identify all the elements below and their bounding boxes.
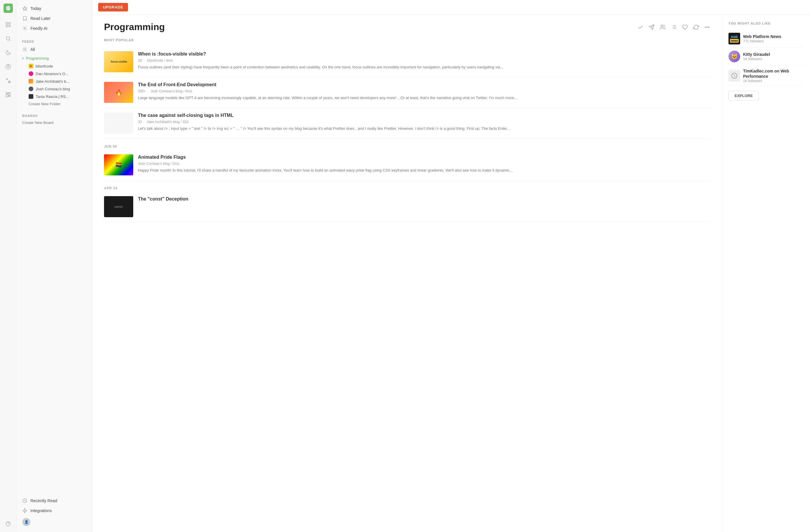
recently-read-label: Recently Read [30,498,57,503]
user-avatar-item[interactable]: 👤 [16,516,92,529]
tania-rascia-favicon [29,94,33,99]
suggestion-item[interactable]: TimKadlec.com on Web Performance 1K foll… [728,65,804,86]
suggestion-thumb: 🐱 [728,51,740,62]
search-icon[interactable] [3,34,13,43]
sidebar-nav-read-later[interactable]: Read Later [16,14,92,23]
subfeed-jake-archibald[interactable]: Jake Archibald's b... [16,78,92,85]
subfeed-josh-comeau[interactable]: Josh Comeau's blog [16,85,92,93]
more-icon[interactable] [703,24,711,31]
sidebar-nav-feedly-ai[interactable]: Feedly AI [16,23,92,33]
read-later-label: Read Later [30,16,51,21]
sidebar-recently-read[interactable]: Recently Read [16,496,92,506]
heart-icon[interactable] [681,24,688,31]
create-board-label: Create New Board [22,120,53,125]
article-excerpt: Happy Pride month! In this tutorial, I'l… [138,167,711,173]
create-folder-label: Create New Folder [29,102,61,106]
dan-abramov-favicon [29,71,33,76]
web-text: web [731,35,738,39]
add-board-icon[interactable] [3,90,13,99]
sidebar: Today Read Later Feedly AI FEEDS All ▾ P… [16,0,92,532]
article-thumbnail: 🔥 [104,82,133,103]
date-separator: JUN 06 [104,139,711,150]
suggestion-name: Kitty Giraudel [743,52,804,57]
svg-rect-1 [9,22,10,24]
jake-archibald-favicon [29,79,33,84]
list-icon[interactable] [670,24,677,31]
svg-point-14 [6,522,10,526]
you-might-label: YOU MIGHT ALSO LIKE [728,22,804,25]
article-excerpt: Let's talk about /> : input type = " tex… [138,126,711,131]
integrations-label: Integrations [30,508,52,513]
article-info: The End of Front-End Development 500+ · … [138,82,711,103]
timkadlec-badge [728,70,740,82]
bitsofcode-favicon: b [29,64,33,68]
rocket-icon[interactable] [3,62,13,71]
svg-rect-0 [6,22,7,24]
svg-rect-3 [9,25,10,27]
today-label: Today [30,6,41,11]
suggestion-item[interactable]: 🐱 Kitty Giraudel 1K followers [728,48,804,65]
subfeed-tania-rascia[interactable]: Tania Rascia | RS... [16,93,92,100]
josh-comeau-label: Josh Comeau's blog [36,87,70,91]
right-panel: YOU MIGHT ALSO LIKE web news Web Platfor… [722,15,810,532]
sidebar-all-feeds[interactable]: All [16,45,92,54]
svg-point-16 [24,28,26,29]
svg-point-33 [709,27,710,28]
sidebar-nav-today[interactable]: Today [16,3,92,14]
article-card[interactable]: const The "const" Deception [104,192,711,222]
all-label: All [30,47,35,52]
content-area: Programming [92,15,810,532]
article-card[interactable]: The case against self-closing tags in HT… [104,108,711,139]
sidebar-integrations[interactable]: Integrations [16,506,92,516]
article-card[interactable]: 🔥 The End of Front-End Development 500+ … [104,77,711,108]
article-title: The case against self-closing tags in HT… [138,113,711,119]
article-excerpt: Large language models like GPT-4 are bec… [138,95,711,101]
team-icon[interactable] [659,24,666,31]
share-icon[interactable] [648,24,655,31]
article-info: The case against self-closing tags in HT… [138,113,711,133]
bitsofcode-label: bitsofcode [36,64,53,68]
dan-abramov-label: Dan Abramov's O... [36,71,68,76]
subfeed-dan-abramov[interactable]: Dan Abramov's O... [16,70,92,78]
article-card[interactable]: :focus-visible When is :focus-visible vi… [104,47,711,77]
svg-rect-10 [6,94,8,97]
suggestion-info: Web Platform News 771 followers [743,34,804,43]
jake-archibald-label: Jake Archibald's b... [36,79,69,84]
feedly-ai-label: Feedly AI [30,26,47,31]
web-platform-news-badge: web news [728,33,740,45]
boards-section-label: BOARDS [16,110,92,119]
main-content: UPGRADE Programming [92,0,810,532]
suggestion-followers: 1K followers [743,57,804,61]
tania-rascia-label: Tania Rascia | RS... [36,94,69,99]
suggestion-followers: 771 followers [743,39,804,43]
upgrade-button[interactable]: UPGRADE [98,3,128,11]
suggestion-thumb [728,70,740,82]
article-meta: Josh Comeau's blog / 2mo [138,162,711,166]
page-title: Programming [104,22,165,32]
top-bar: UPGRADE [92,0,810,15]
mark-read-icon[interactable] [637,24,644,31]
create-folder-button[interactable]: Create New Folder [16,100,92,108]
moon-icon[interactable] [3,48,13,57]
article-excerpt: Focus outlines (and their styling) have … [138,64,711,70]
sidebar-programming-feed[interactable]: ▾ Programming [16,54,92,62]
feeds-section-label: FEEDS [16,36,92,45]
suggestion-item[interactable]: web news Web Platform News 771 followers [728,30,804,48]
feedly-logo[interactable] [3,3,13,13]
article-title: Animated Pride Flags [138,154,711,160]
article-thumbnail [104,113,133,133]
layout-icon[interactable] [3,20,13,29]
svg-rect-2 [6,25,7,27]
date-separator: APR 24 [104,180,711,192]
help-icon[interactable] [3,519,13,529]
article-info: The "const" Deception [138,196,711,217]
explore-button[interactable]: EXPLORE [728,91,759,100]
svg-point-32 [707,27,708,28]
create-board-button[interactable]: Create New Board [16,119,92,127]
svg-point-4 [6,36,10,40]
add-feed-icon[interactable] [3,76,13,85]
article-title: The "const" Deception [138,196,711,202]
article-card[interactable]: 🏳️‍🌈 Animated Pride Flags Josh Comeau's … [104,150,711,180]
subfeed-bitsofcode[interactable]: b bitsofcode [16,62,92,70]
refresh-icon[interactable] [693,24,699,31]
